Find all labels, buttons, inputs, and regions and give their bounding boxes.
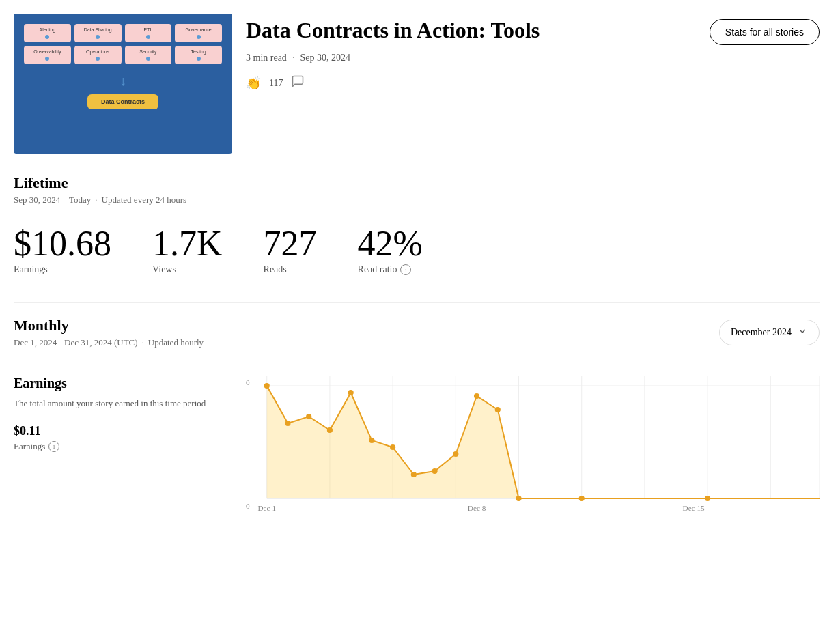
thumbnail-cell: Operations [74, 46, 122, 64]
divider-1 [14, 302, 820, 303]
clap-icon: 👏 [246, 76, 261, 91]
svg-text:Dec 15: Dec 15 [683, 504, 705, 512]
thumbnail-cell: Security [125, 46, 172, 64]
views-stat: 1.7K Views [152, 226, 223, 275]
svg-point-25 [474, 393, 479, 399]
earnings-value: $10.68 [14, 226, 111, 262]
chart-info: Earnings The total amount your story ear… [14, 376, 246, 512]
story-thumbnail: Alerting Data Sharing ETL Governance Obs… [14, 14, 232, 154]
read-ratio-value: 42% [358, 226, 423, 262]
svg-point-18 [327, 427, 333, 433]
comment-icon [291, 74, 305, 91]
chart-current-label: Earnings i [14, 441, 232, 452]
svg-point-26 [495, 407, 501, 412]
story-actions: 👏 117 [246, 74, 696, 91]
svg-text:0: 0 [246, 502, 250, 510]
lifetime-subtitle: Sep 30, 2024 – Today · Updated every 24 … [14, 195, 820, 206]
read-time: 3 min read [246, 53, 287, 63]
monthly-section-header: Monthly Dec 1, 2024 - Dec 31, 2024 (UTC)… [14, 317, 820, 348]
svg-marker-14 [267, 386, 820, 498]
read-ratio-info-icon[interactable]: i [400, 264, 411, 275]
lifetime-date-range: Sep 30, 2024 – Today [14, 195, 91, 206]
story-date: Sep 30, 2024 [300, 53, 350, 63]
chart-description: The total amount your story earned in th… [14, 397, 232, 410]
thumbnail-cell: Alerting [24, 24, 71, 42]
svg-point-16 [285, 421, 290, 426]
thumbnail-cell: ETL [125, 24, 172, 42]
svg-text:Dec 8: Dec 8 [468, 504, 486, 512]
thumbnail-center-box: Data Contracts [87, 94, 158, 109]
story-info: Data Contracts in Action: Tools 3 min re… [246, 14, 696, 91]
thumbnail-cell: Testing [175, 46, 222, 64]
earnings-chart-svg: 0 0 [246, 376, 820, 512]
read-ratio-label: Read ratio i [358, 264, 423, 275]
story-title: Data Contracts in Action: Tools [246, 17, 696, 43]
lifetime-update-freq: Updated every 24 hours [102, 195, 187, 206]
svg-point-17 [306, 414, 311, 419]
svg-point-19 [348, 390, 354, 395]
meta-dot: · [292, 53, 295, 63]
top-bar: Alerting Data Sharing ETL Governance Obs… [0, 0, 840, 167]
earnings-stat: $10.68 Earnings [14, 226, 111, 275]
earnings-chart-section: Earnings The total amount your story ear… [14, 376, 820, 512]
clap-count: 117 [269, 78, 283, 89]
monthly-subtitle: Dec 1, 2024 - Dec 31, 2024 (UTC) · Updat… [14, 337, 204, 348]
thumbnail-grid: Alerting Data Sharing ETL Governance Obs… [20, 20, 225, 68]
svg-point-21 [390, 444, 395, 450]
thumbnail-arrow: ↓ [120, 73, 126, 89]
earnings-info-icon[interactable]: i [48, 441, 59, 452]
story-meta: 3 min read · Sep 30, 2024 [246, 53, 696, 63]
monthly-titles: Monthly Dec 1, 2024 - Dec 31, 2024 (UTC)… [14, 317, 204, 348]
thumbnail-cell: Observability [24, 46, 71, 64]
selected-month-label: December 2024 [731, 327, 792, 338]
earnings-chart-container: 0 0 [246, 376, 820, 512]
chevron-down-icon [797, 326, 808, 339]
reads-label: Reads [264, 264, 317, 275]
reads-value: 727 [264, 226, 317, 262]
monthly-subtitle-sep: · [142, 337, 144, 348]
main-content: Lifetime Sep 30, 2024 – Today · Updated … [0, 167, 840, 533]
subtitle-sep: · [95, 195, 97, 206]
svg-point-15 [264, 383, 270, 389]
views-label: Views [152, 264, 223, 275]
stats-all-stories-button[interactable]: Stats for all stories [710, 19, 820, 45]
svg-text:0: 0 [246, 378, 250, 386]
earnings-label: Earnings [14, 264, 111, 275]
svg-text:Dec 1: Dec 1 [257, 504, 276, 512]
svg-point-24 [453, 451, 458, 457]
svg-point-20 [369, 438, 374, 443]
thumbnail-cell: Governance [175, 24, 222, 42]
monthly-update-freq: Updated hourly [148, 337, 204, 348]
reads-stat: 727 Reads [264, 226, 317, 275]
svg-point-23 [432, 468, 437, 474]
monthly-date-range: Dec 1, 2024 - Dec 31, 2024 (UTC) [14, 337, 138, 348]
views-value: 1.7K [152, 226, 223, 262]
chart-label: Earnings [14, 376, 232, 391]
chart-current-value: $0.11 [14, 424, 232, 438]
thumbnail-cell: Data Sharing [74, 24, 122, 42]
read-ratio-stat: 42% Read ratio i [358, 226, 423, 275]
svg-point-22 [411, 472, 417, 477]
lifetime-stats-grid: $10.68 Earnings 1.7K Views 727 Reads 42%… [14, 226, 820, 275]
svg-point-27 [516, 496, 521, 501]
monthly-title: Monthly [14, 317, 204, 335]
lifetime-section-header: Lifetime Sep 30, 2024 – Today · Updated … [14, 174, 820, 206]
lifetime-title: Lifetime [14, 174, 820, 192]
month-selector-button[interactable]: December 2024 [719, 320, 820, 345]
svg-point-28 [579, 496, 585, 501]
svg-point-29 [705, 496, 710, 501]
